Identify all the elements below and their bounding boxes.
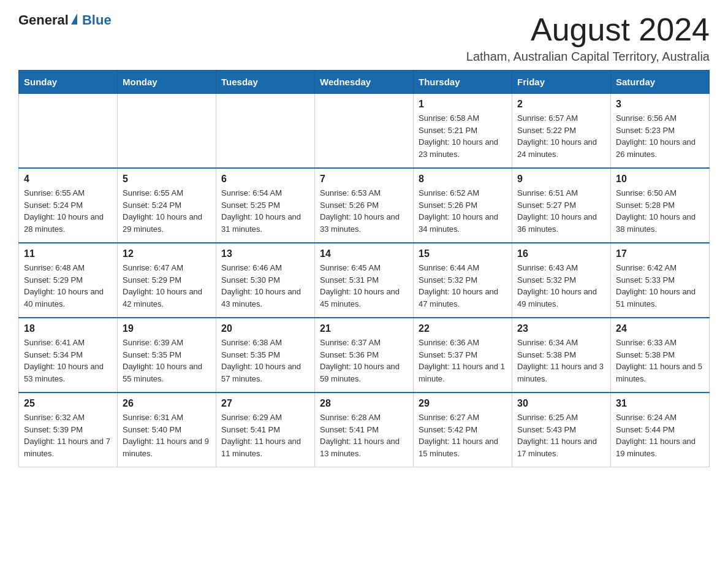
calendar-cell: 29Sunrise: 6:27 AMSunset: 5:42 PMDayligh… [414, 393, 512, 467]
calendar-cell: 15Sunrise: 6:44 AMSunset: 5:32 PMDayligh… [414, 243, 512, 318]
day-number: 8 [419, 174, 507, 185]
day-number: 14 [320, 248, 408, 259]
day-info: Sunrise: 6:24 AMSunset: 5:44 PMDaylight:… [616, 412, 704, 459]
calendar-cell: 30Sunrise: 6:25 AMSunset: 5:43 PMDayligh… [512, 393, 611, 467]
day-info: Sunrise: 6:44 AMSunset: 5:32 PMDaylight:… [419, 262, 507, 310]
day-info: Sunrise: 6:51 AMSunset: 5:27 PMDaylight:… [517, 187, 605, 235]
col-tuesday: Tuesday [216, 71, 315, 94]
calendar-cell: 13Sunrise: 6:46 AMSunset: 5:30 PMDayligh… [216, 243, 315, 318]
logo: General Blue [18, 12, 112, 28]
col-thursday: Thursday [414, 71, 512, 94]
day-number: 20 [221, 323, 309, 334]
day-number: 13 [221, 248, 309, 259]
calendar-week-row: 11Sunrise: 6:48 AMSunset: 5:29 PMDayligh… [19, 243, 710, 318]
logo-text-general: General [18, 12, 69, 28]
day-number: 25 [24, 398, 112, 409]
day-info: Sunrise: 6:47 AMSunset: 5:29 PMDaylight:… [123, 262, 211, 310]
day-info: Sunrise: 6:25 AMSunset: 5:43 PMDaylight:… [517, 412, 605, 459]
day-number: 4 [24, 174, 112, 185]
day-info: Sunrise: 6:53 AMSunset: 5:26 PMDaylight:… [320, 187, 408, 235]
month-title: August 2024 [466, 12, 710, 47]
calendar-cell [118, 94, 216, 169]
day-number: 17 [616, 248, 704, 259]
title-section: August 2024 Latham, Australian Capital T… [466, 12, 710, 64]
calendar-cell: 4Sunrise: 6:55 AMSunset: 5:24 PMDaylight… [19, 168, 118, 243]
calendar-week-row: 1Sunrise: 6:58 AMSunset: 5:21 PMDaylight… [19, 94, 710, 169]
day-info: Sunrise: 6:42 AMSunset: 5:33 PMDaylight:… [616, 262, 704, 310]
calendar-cell: 26Sunrise: 6:31 AMSunset: 5:40 PMDayligh… [118, 393, 216, 467]
calendar-table: Sunday Monday Tuesday Wednesday Thursday… [18, 70, 710, 467]
day-number: 21 [320, 323, 408, 334]
calendar-cell [315, 94, 414, 169]
calendar-cell: 3Sunrise: 6:56 AMSunset: 5:23 PMDaylight… [611, 94, 710, 169]
day-number: 10 [616, 174, 704, 185]
day-number: 12 [123, 248, 211, 259]
day-number: 15 [419, 248, 507, 259]
day-number: 31 [616, 398, 704, 409]
day-number: 27 [221, 398, 309, 409]
col-sunday: Sunday [19, 71, 118, 94]
calendar-cell: 6Sunrise: 6:54 AMSunset: 5:25 PMDaylight… [216, 168, 315, 243]
day-info: Sunrise: 6:45 AMSunset: 5:31 PMDaylight:… [320, 262, 408, 310]
day-info: Sunrise: 6:27 AMSunset: 5:42 PMDaylight:… [419, 412, 507, 459]
calendar-cell: 1Sunrise: 6:58 AMSunset: 5:21 PMDaylight… [414, 94, 512, 169]
calendar-week-row: 25Sunrise: 6:32 AMSunset: 5:39 PMDayligh… [19, 393, 710, 467]
calendar-cell: 17Sunrise: 6:42 AMSunset: 5:33 PMDayligh… [611, 243, 710, 318]
day-info: Sunrise: 6:33 AMSunset: 5:38 PMDaylight:… [616, 337, 704, 385]
day-info: Sunrise: 6:38 AMSunset: 5:35 PMDaylight:… [221, 337, 309, 385]
calendar-cell: 19Sunrise: 6:39 AMSunset: 5:35 PMDayligh… [118, 318, 216, 393]
day-info: Sunrise: 6:29 AMSunset: 5:41 PMDaylight:… [221, 412, 309, 459]
calendar-cell: 5Sunrise: 6:55 AMSunset: 5:24 PMDaylight… [118, 168, 216, 243]
calendar-cell: 22Sunrise: 6:36 AMSunset: 5:37 PMDayligh… [414, 318, 512, 393]
day-info: Sunrise: 6:56 AMSunset: 5:23 PMDaylight:… [616, 112, 704, 160]
day-info: Sunrise: 6:39 AMSunset: 5:35 PMDaylight:… [123, 337, 211, 385]
calendar-cell [19, 94, 118, 169]
day-number: 5 [123, 174, 211, 185]
calendar-cell: 8Sunrise: 6:52 AMSunset: 5:26 PMDaylight… [414, 168, 512, 243]
logo-triangle-icon [71, 13, 77, 25]
day-info: Sunrise: 6:36 AMSunset: 5:37 PMDaylight:… [419, 337, 507, 385]
day-info: Sunrise: 6:32 AMSunset: 5:39 PMDaylight:… [24, 412, 112, 459]
day-number: 1 [419, 99, 507, 110]
day-number: 6 [221, 174, 309, 185]
calendar-cell: 10Sunrise: 6:50 AMSunset: 5:28 PMDayligh… [611, 168, 710, 243]
day-number: 30 [517, 398, 605, 409]
calendar-cell: 27Sunrise: 6:29 AMSunset: 5:41 PMDayligh… [216, 393, 315, 467]
calendar-cell: 25Sunrise: 6:32 AMSunset: 5:39 PMDayligh… [19, 393, 118, 467]
calendar-cell [216, 94, 315, 169]
day-info: Sunrise: 6:57 AMSunset: 5:22 PMDaylight:… [517, 112, 605, 160]
day-number: 19 [123, 323, 211, 334]
day-info: Sunrise: 6:41 AMSunset: 5:34 PMDaylight:… [24, 337, 112, 385]
calendar-cell: 2Sunrise: 6:57 AMSunset: 5:22 PMDaylight… [512, 94, 611, 169]
calendar-cell: 24Sunrise: 6:33 AMSunset: 5:38 PMDayligh… [611, 318, 710, 393]
calendar-cell: 23Sunrise: 6:34 AMSunset: 5:38 PMDayligh… [512, 318, 611, 393]
calendar-cell: 21Sunrise: 6:37 AMSunset: 5:36 PMDayligh… [315, 318, 414, 393]
calendar-week-row: 4Sunrise: 6:55 AMSunset: 5:24 PMDaylight… [19, 168, 710, 243]
day-number: 11 [24, 248, 112, 259]
calendar-cell: 16Sunrise: 6:43 AMSunset: 5:32 PMDayligh… [512, 243, 611, 318]
day-info: Sunrise: 6:34 AMSunset: 5:38 PMDaylight:… [517, 337, 605, 385]
calendar-cell: 28Sunrise: 6:28 AMSunset: 5:41 PMDayligh… [315, 393, 414, 467]
col-friday: Friday [512, 71, 611, 94]
day-info: Sunrise: 6:46 AMSunset: 5:30 PMDaylight:… [221, 262, 309, 310]
col-monday: Monday [118, 71, 216, 94]
day-number: 29 [419, 398, 507, 409]
calendar-header-row: Sunday Monday Tuesday Wednesday Thursday… [19, 71, 710, 94]
day-number: 18 [24, 323, 112, 334]
day-info: Sunrise: 6:50 AMSunset: 5:28 PMDaylight:… [616, 187, 704, 235]
day-number: 22 [419, 323, 507, 334]
calendar-week-row: 18Sunrise: 6:41 AMSunset: 5:34 PMDayligh… [19, 318, 710, 393]
day-info: Sunrise: 6:52 AMSunset: 5:26 PMDaylight:… [419, 187, 507, 235]
day-number: 16 [517, 248, 605, 259]
day-number: 26 [123, 398, 211, 409]
day-info: Sunrise: 6:28 AMSunset: 5:41 PMDaylight:… [320, 412, 408, 459]
day-info: Sunrise: 6:31 AMSunset: 5:40 PMDaylight:… [123, 412, 211, 459]
day-info: Sunrise: 6:54 AMSunset: 5:25 PMDaylight:… [221, 187, 309, 235]
calendar-cell: 7Sunrise: 6:53 AMSunset: 5:26 PMDaylight… [315, 168, 414, 243]
day-info: Sunrise: 6:58 AMSunset: 5:21 PMDaylight:… [419, 112, 507, 160]
day-info: Sunrise: 6:48 AMSunset: 5:29 PMDaylight:… [24, 262, 112, 310]
day-number: 7 [320, 174, 408, 185]
day-info: Sunrise: 6:37 AMSunset: 5:36 PMDaylight:… [320, 337, 408, 385]
day-number: 9 [517, 174, 605, 185]
logo-text-blue: Blue [82, 12, 112, 28]
